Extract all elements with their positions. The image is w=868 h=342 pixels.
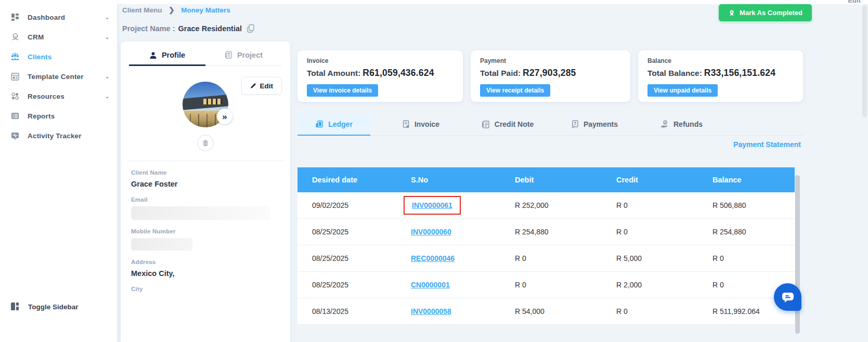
divider: [127, 161, 284, 161]
cell-date: 08/25/2025: [312, 281, 411, 289]
document-link[interactable]: INV0000060: [411, 228, 451, 236]
sidebar-item-label: Clients: [28, 53, 110, 61]
activity-tracker-icon: [10, 131, 20, 140]
card-title: Invoice: [307, 57, 454, 64]
payment-statement-link[interactable]: Payment Statement: [733, 140, 801, 149]
column-header-debit: Debit: [515, 176, 616, 184]
trash-icon: [202, 140, 209, 147]
mark-as-completed-label: Mark As Completed: [740, 9, 802, 17]
chevron-down-icon: ⌄: [105, 34, 110, 41]
sidebar-item-crm[interactable]: CRM ⌄: [0, 27, 117, 47]
document-link[interactable]: INV0000058: [411, 307, 451, 315]
edit-button-label: Edit: [260, 82, 274, 90]
tab-profile[interactable]: Profile: [129, 51, 205, 65]
tab-invoice[interactable]: Invoice: [384, 113, 457, 135]
table-header-row: Desired date S.No Debit Credit Balance: [297, 167, 795, 192]
ledger-icon: [315, 120, 323, 128]
metric-label: Total Balance:: [647, 69, 702, 77]
clipped-edit-text: Edit: [848, 0, 861, 4]
sidebar-item-reports[interactable]: Reports: [0, 106, 117, 126]
project-name-label: Project Name :: [122, 24, 175, 33]
card-title: Balance: [647, 57, 794, 64]
tab-project[interactable]: Project: [205, 51, 282, 65]
sidebar-item-dashboard[interactable]: Dashboard ⌄: [0, 7, 117, 27]
column-header-balance: Balance: [712, 176, 795, 184]
chat-widget-button[interactable]: [774, 283, 801, 311]
document-link[interactable]: REC0000046: [411, 254, 455, 262]
metric-value: R27,903,285: [523, 68, 576, 78]
table-row: 08/25/2025 INV0000060 R 254,880 R 0 R 25…: [297, 219, 795, 245]
card-title: Payment: [480, 57, 621, 64]
view-receipt-details-button[interactable]: View receipt details: [480, 84, 550, 97]
view-invoice-details-button[interactable]: View invoice details: [307, 84, 378, 97]
chat-icon: [781, 292, 795, 303]
table-row: 08/13/2025 INV0000058 R 54,000 R 0 R 511…: [297, 298, 795, 325]
profile-card-tabs: Profile Project: [129, 51, 282, 66]
chevron-down-icon: ⌄: [105, 14, 110, 21]
field-email: Email: [129, 196, 282, 220]
breadcrumb-current[interactable]: Money Matters: [181, 6, 230, 14]
table-scrollbar[interactable]: [795, 169, 800, 342]
metric-value: R61,059,436.624: [362, 68, 434, 78]
sidebar-item-label: Template Center: [28, 73, 105, 81]
tab-project-label: Project: [237, 51, 263, 59]
sidebar-item-clients[interactable]: Clients: [0, 47, 117, 67]
cell-balance: R 254,880: [712, 228, 795, 236]
cell-balance: R 506,880: [712, 201, 795, 209]
toggle-sidebar-button[interactable]: Toggle Sidebar: [0, 297, 117, 316]
field-address: Address Mexico City,: [129, 259, 282, 278]
tab-profile-label: Profile: [162, 51, 185, 59]
project-doc-icon: [225, 51, 232, 59]
cell-debit: R 252,000: [515, 201, 616, 209]
reports-icon: [10, 111, 20, 121]
page-scrollbar[interactable]: [862, 5, 867, 338]
mark-as-completed-button[interactable]: Mark As Completed: [719, 4, 812, 21]
crm-icon: [10, 32, 20, 42]
tab-payments[interactable]: Payments: [558, 113, 631, 135]
cell-credit: R 5,000: [616, 254, 712, 262]
document-link[interactable]: CN0000001: [411, 281, 450, 289]
pencil-icon: [250, 83, 256, 89]
column-header-desired-date: Desired date: [312, 176, 411, 184]
field-city: City: [129, 286, 282, 292]
cell-debit: R 0: [515, 254, 616, 262]
payment-summary-card: Payment Total Paid:R27,903,285 View rece…: [471, 50, 630, 102]
cell-balance: R 0: [712, 254, 795, 262]
document-link[interactable]: INV0000061: [412, 201, 452, 209]
cell-date: 08/13/2025: [312, 307, 411, 315]
clients-icon: [10, 52, 20, 61]
avatar-expand-badge[interactable]: »: [217, 109, 232, 124]
tab-ledger[interactable]: Ledger: [297, 113, 370, 135]
tab-credit-note[interactable]: Credit Note: [471, 113, 544, 135]
sidebar-item-activity-tracker[interactable]: Activity Tracker: [0, 126, 117, 146]
sidebar: Dashboard ⌄ CRM ⌄ Clients Template Cente…: [0, 0, 117, 342]
field-label: Address: [131, 259, 282, 265]
sidebar-item-label: Resources: [28, 93, 105, 100]
award-icon: [728, 9, 735, 17]
cell-date: 08/25/2025: [312, 228, 411, 236]
view-unpaid-details-button[interactable]: View unpaid details: [647, 84, 718, 97]
cell-debit: R 0: [515, 281, 616, 289]
sidebar-item-label: Dashboard: [28, 14, 105, 21]
client-profile-card: Profile Project Edit »: [121, 42, 290, 342]
cell-credit: R 0: [616, 307, 712, 315]
sidebar-item-label: Reports: [28, 112, 110, 120]
breadcrumb-parent[interactable]: Client Menu: [122, 6, 162, 14]
sidebar-item-template-center[interactable]: Template Center ⌄: [0, 67, 117, 86]
field-label: Client Name: [131, 169, 282, 176]
tab-refunds[interactable]: $ Refunds: [645, 113, 718, 135]
field-label: City: [131, 286, 282, 292]
edit-client-button[interactable]: Edit: [241, 77, 282, 95]
cell-date: 08/25/2025: [312, 254, 411, 262]
summary-cards: Invoice Total Amount:R61,059,436.624 Vie…: [297, 50, 803, 102]
sidebar-item-resources[interactable]: Resources ⌄: [0, 86, 117, 106]
toggle-sidebar-label: Toggle Sidebar: [28, 303, 79, 311]
chevron-down-icon: ⌄: [105, 93, 110, 100]
credit-note-icon: [482, 121, 490, 128]
page-scrollbar-thumb[interactable]: [862, 5, 867, 117]
breadcrumb-separator-icon: ❯: [169, 6, 174, 14]
copy-icon[interactable]: [247, 24, 255, 33]
delete-avatar-button[interactable]: [197, 135, 214, 151]
project-name-value: Grace Residential: [178, 24, 242, 33]
tab-credit-note-label: Credit Note: [495, 120, 534, 128]
